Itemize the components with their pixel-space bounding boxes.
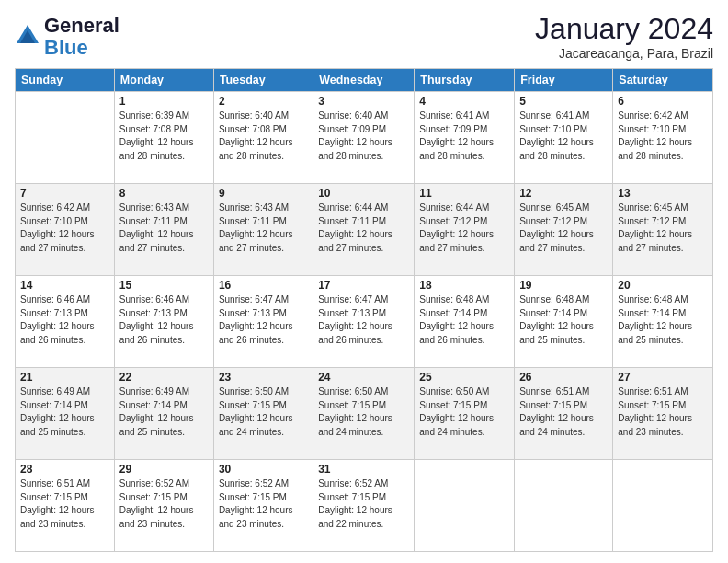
daylight-line1: Daylight: 12 hours <box>119 320 209 334</box>
calendar-header-wednesday: Wednesday <box>313 69 415 92</box>
daylight-line2: and 28 minutes. <box>519 150 608 164</box>
daylight-line2: and 24 minutes. <box>219 426 308 440</box>
calendar-cell: 14Sunrise: 6:46 AMSunset: 7:13 PMDayligh… <box>16 276 115 368</box>
day-info: Sunrise: 6:52 AMSunset: 7:15 PMDaylight:… <box>119 477 209 531</box>
day-info: Sunrise: 6:41 AMSunset: 7:09 PMDaylight:… <box>419 109 509 163</box>
calendar-cell: 18Sunrise: 6:48 AMSunset: 7:14 PMDayligh… <box>415 276 515 368</box>
daylight-line2: and 23 minutes. <box>20 518 109 532</box>
sunset-text: Sunset: 7:15 PM <box>318 399 409 413</box>
daylight-line2: and 26 minutes. <box>219 334 308 348</box>
sunset-text: Sunset: 7:13 PM <box>219 307 308 321</box>
header: General Blue January 2024 Jacareacanga, … <box>15 11 713 61</box>
sunrise-text: Sunrise: 6:51 AM <box>20 477 109 491</box>
sunrise-text: Sunrise: 6:45 AM <box>618 201 708 215</box>
sunrise-text: Sunrise: 6:42 AM <box>618 109 708 123</box>
day-info: Sunrise: 6:50 AMSunset: 7:15 PMDaylight:… <box>219 385 308 439</box>
sunrise-text: Sunrise: 6:52 AM <box>219 477 308 491</box>
subtitle: Jacareacanga, Para, Brazil <box>535 46 713 61</box>
day-info: Sunrise: 6:52 AMSunset: 7:15 PMDaylight:… <box>318 477 409 531</box>
day-info: Sunrise: 6:48 AMSunset: 7:14 PMDaylight:… <box>618 293 708 347</box>
calendar-header-thursday: Thursday <box>415 69 515 92</box>
calendar-cell: 8Sunrise: 6:43 AMSunset: 7:11 PMDaylight… <box>114 184 213 276</box>
day-info: Sunrise: 6:50 AMSunset: 7:15 PMDaylight:… <box>419 385 509 439</box>
day-number: 3 <box>318 95 409 108</box>
calendar-cell: 7Sunrise: 6:42 AMSunset: 7:10 PMDaylight… <box>16 184 115 276</box>
page: General Blue January 2024 Jacareacanga, … <box>0 0 728 563</box>
month-title: January 2024 <box>535 11 713 46</box>
daylight-line1: Daylight: 12 hours <box>318 320 409 334</box>
sunset-text: Sunset: 7:09 PM <box>419 123 509 137</box>
day-number: 26 <box>519 371 608 384</box>
daylight-line1: Daylight: 12 hours <box>119 504 209 518</box>
calendar-week-2: 14Sunrise: 6:46 AMSunset: 7:13 PMDayligh… <box>16 276 713 368</box>
calendar-cell: 24Sunrise: 6:50 AMSunset: 7:15 PMDayligh… <box>313 368 415 460</box>
day-info: Sunrise: 6:39 AMSunset: 7:08 PMDaylight:… <box>119 109 209 163</box>
sunrise-text: Sunrise: 6:47 AM <box>219 293 308 307</box>
daylight-line1: Daylight: 12 hours <box>119 136 209 150</box>
daylight-line2: and 25 minutes. <box>519 334 608 348</box>
daylight-line1: Daylight: 12 hours <box>20 504 109 518</box>
daylight-line2: and 25 minutes. <box>618 334 708 348</box>
sunrise-text: Sunrise: 6:51 AM <box>519 385 608 399</box>
calendar-cell: 21Sunrise: 6:49 AMSunset: 7:14 PMDayligh… <box>16 368 115 460</box>
day-number: 11 <box>419 187 509 200</box>
day-number: 23 <box>219 371 308 384</box>
sunset-text: Sunset: 7:10 PM <box>519 123 608 137</box>
daylight-line1: Daylight: 12 hours <box>519 136 608 150</box>
day-number: 29 <box>119 463 209 476</box>
day-info: Sunrise: 6:47 AMSunset: 7:13 PMDaylight:… <box>219 293 308 347</box>
daylight-line1: Daylight: 12 hours <box>618 136 708 150</box>
day-number: 13 <box>618 187 708 200</box>
sunset-text: Sunset: 7:11 PM <box>318 215 409 229</box>
daylight-line1: Daylight: 12 hours <box>419 412 509 426</box>
day-number: 28 <box>20 463 109 476</box>
day-info: Sunrise: 6:45 AMSunset: 7:12 PMDaylight:… <box>519 201 608 255</box>
daylight-line1: Daylight: 12 hours <box>219 320 308 334</box>
day-info: Sunrise: 6:46 AMSunset: 7:13 PMDaylight:… <box>20 293 109 347</box>
day-info: Sunrise: 6:49 AMSunset: 7:14 PMDaylight:… <box>20 385 109 439</box>
sunset-text: Sunset: 7:10 PM <box>20 215 109 229</box>
daylight-line1: Daylight: 12 hours <box>519 412 608 426</box>
daylight-line2: and 23 minutes. <box>219 518 308 532</box>
daylight-line2: and 27 minutes. <box>618 242 708 256</box>
calendar-cell <box>16 92 115 184</box>
day-info: Sunrise: 6:48 AMSunset: 7:14 PMDaylight:… <box>519 293 608 347</box>
sunrise-text: Sunrise: 6:42 AM <box>20 201 109 215</box>
daylight-line1: Daylight: 12 hours <box>618 412 708 426</box>
calendar-cell: 1Sunrise: 6:39 AMSunset: 7:08 PMDaylight… <box>114 92 213 184</box>
day-number: 24 <box>318 371 409 384</box>
daylight-line1: Daylight: 12 hours <box>318 412 409 426</box>
calendar-cell: 15Sunrise: 6:46 AMSunset: 7:13 PMDayligh… <box>114 276 213 368</box>
calendar-cell: 26Sunrise: 6:51 AMSunset: 7:15 PMDayligh… <box>515 368 613 460</box>
sunset-text: Sunset: 7:13 PM <box>119 307 209 321</box>
sunrise-text: Sunrise: 6:46 AM <box>119 293 209 307</box>
calendar-header-tuesday: Tuesday <box>213 69 313 92</box>
daylight-line2: and 27 minutes. <box>119 242 209 256</box>
calendar-cell: 6Sunrise: 6:42 AMSunset: 7:10 PMDaylight… <box>613 92 713 184</box>
day-info: Sunrise: 6:50 AMSunset: 7:15 PMDaylight:… <box>318 385 409 439</box>
calendar-cell: 20Sunrise: 6:48 AMSunset: 7:14 PMDayligh… <box>613 276 713 368</box>
sunset-text: Sunset: 7:15 PM <box>318 491 409 505</box>
day-number: 12 <box>519 187 608 200</box>
logo-text: General Blue <box>44 15 119 59</box>
day-number: 20 <box>618 279 708 292</box>
daylight-line1: Daylight: 12 hours <box>20 320 109 334</box>
logo: General Blue <box>15 15 119 59</box>
calendar-table: SundayMondayTuesdayWednesdayThursdayFrid… <box>15 68 713 552</box>
daylight-line1: Daylight: 12 hours <box>318 228 409 242</box>
calendar-cell: 3Sunrise: 6:40 AMSunset: 7:09 PMDaylight… <box>313 92 415 184</box>
day-number: 16 <box>219 279 308 292</box>
calendar-header-monday: Monday <box>114 69 213 92</box>
calendar-cell: 29Sunrise: 6:52 AMSunset: 7:15 PMDayligh… <box>114 460 213 552</box>
sunrise-text: Sunrise: 6:41 AM <box>519 109 608 123</box>
sunset-text: Sunset: 7:15 PM <box>219 491 308 505</box>
day-number: 18 <box>419 279 509 292</box>
sunset-text: Sunset: 7:15 PM <box>219 399 308 413</box>
daylight-line2: and 24 minutes. <box>318 426 409 440</box>
daylight-line1: Daylight: 12 hours <box>219 504 308 518</box>
day-info: Sunrise: 6:40 AMSunset: 7:08 PMDaylight:… <box>219 109 308 163</box>
daylight-line2: and 23 minutes. <box>618 426 708 440</box>
sunrise-text: Sunrise: 6:47 AM <box>318 293 409 307</box>
day-number: 1 <box>119 95 209 108</box>
daylight-line2: and 28 minutes. <box>219 150 308 164</box>
